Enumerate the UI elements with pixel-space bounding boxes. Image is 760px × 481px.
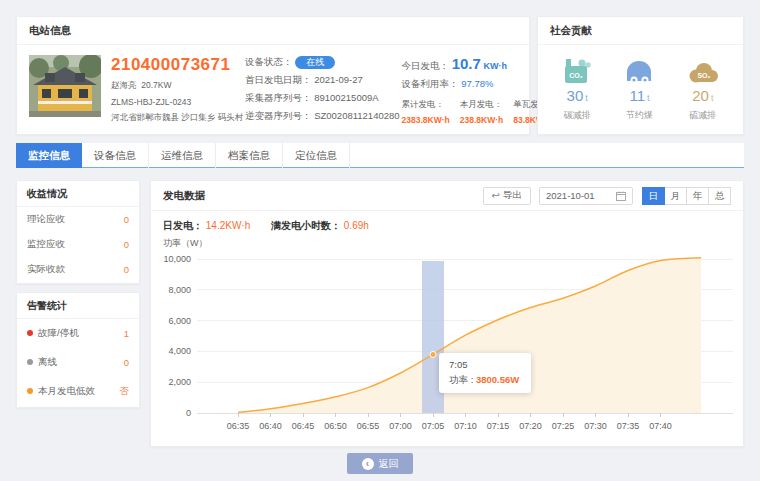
x-tick-label: 07:00 — [389, 421, 412, 431]
y-tick-label: 6,000 — [168, 316, 191, 326]
social-value: 20t — [687, 87, 719, 104]
date-value: 2021-10-01 — [546, 190, 616, 201]
power-chart[interactable]: 02,0004,0006,0008,00010,00006:3506:4006:… — [151, 249, 745, 441]
tooltip-label: 功率 — [449, 374, 468, 385]
calendar-icon — [616, 191, 626, 201]
social-unit: t — [647, 93, 650, 103]
coal-saving-icon — [624, 55, 654, 85]
y-tick-label: 0 — [186, 408, 191, 418]
tab-2[interactable]: 运维信息 — [149, 143, 216, 168]
alarm-rows: 故障/停机1离线0本月发电低效否 — [17, 319, 139, 406]
device-status-row: 设备状态： 在线 — [245, 55, 400, 69]
social-contribution-panel: 社会贡献 CO₂30t碳减排11t节约煤SO₂20t硫减排 — [537, 16, 744, 135]
revenue-row-value: 0 — [124, 239, 129, 250]
alarm-row-label: 离线 — [27, 356, 57, 369]
revenue-rows: 理论应收0监控应收0实际收款0 — [17, 207, 139, 282]
alarm-row-value: 1 — [124, 328, 129, 339]
daily-generation-value: 14.2KW·h — [206, 220, 250, 231]
x-tick-label: 07:20 — [519, 421, 542, 431]
y-tick-label: 2,000 — [168, 377, 191, 387]
range-option-3[interactable]: 总 — [708, 187, 731, 205]
full-hours-value: 0.69h — [344, 220, 369, 231]
alarm-row-label: 故障/停机 — [27, 327, 79, 340]
station-panel-title: 电站信息 — [17, 17, 529, 45]
tab-3[interactable]: 档案信息 — [216, 143, 283, 168]
back-arrow-icon: ‹ — [362, 458, 374, 470]
generation-stat-label: 累计发电： — [402, 99, 450, 111]
y-tick-label: 10,000 — [163, 254, 191, 264]
utilization-label: 设备利用率： — [402, 78, 459, 89]
x-tick-label: 07:25 — [552, 421, 575, 431]
social-label: 碳减排 — [562, 109, 592, 122]
revenue-panel-title: 收益情况 — [17, 181, 139, 207]
y-tick-label: 4,000 — [168, 346, 191, 356]
collector-row: 采集器序列号： 89100215009A — [245, 91, 400, 105]
range-option-0[interactable]: 日 — [642, 187, 665, 205]
social-label: 硫减排 — [687, 109, 719, 122]
x-tick-label: 07:35 — [617, 421, 640, 431]
social-label: 节约煤 — [624, 109, 654, 122]
station-address: 河北省邯郸市魏县 沙口集乡 码头村 — [111, 112, 243, 124]
first-power-date: 2021-09-27 — [314, 74, 363, 85]
collector-sn: 89100215009A — [314, 92, 378, 103]
tooltip-value: 3800.56W — [476, 374, 519, 385]
alarm-row-label: 本月发电低效 — [27, 385, 95, 398]
svg-text:SO₂: SO₂ — [697, 72, 710, 79]
export-icon: ↩ — [492, 190, 500, 201]
range-option-1[interactable]: 月 — [664, 187, 687, 205]
alarm-status-dot — [27, 388, 33, 394]
revenue-row-0: 理论应收0 — [17, 207, 139, 232]
revenue-row-1: 监控应收0 — [17, 232, 139, 257]
alarm-stats-panel: 告警统计 故障/停机1离线0本月发电低效否 — [16, 292, 140, 408]
social-unit: t — [711, 93, 714, 103]
revenue-panel: 收益情况 理论应收0监控应收0实际收款0 — [16, 180, 140, 284]
date-picker[interactable]: 2021-10-01 — [539, 187, 633, 205]
station-info-panel: 电站信息 210400073671 赵海亮 20.7KW ZLMS-HBJ-ZJ… — [16, 16, 530, 135]
today-generation-label: 今日发电： — [402, 60, 450, 71]
x-tick-label: 07:05 — [422, 421, 445, 431]
back-button[interactable]: ‹ 返回 — [347, 453, 413, 474]
so2-reduction-icon: SO₂ — [687, 55, 719, 85]
inverter-label: 逆变器序列号： — [245, 110, 312, 121]
social-item-1: 11t节约煤 — [624, 55, 654, 122]
alarm-panel-title: 告警统计 — [17, 293, 139, 319]
y-tick-label: 8,000 — [168, 285, 191, 295]
utilization-value: 97.78% — [461, 78, 493, 89]
full-hours-label: 满发电小时数： — [271, 220, 341, 231]
revenue-row-label: 监控应收 — [27, 238, 65, 251]
x-tick-label: 07:30 — [584, 421, 607, 431]
x-tick-label: 07:40 — [649, 421, 672, 431]
inverter-row: 逆变器序列号： SZ00208112140280 — [245, 109, 400, 123]
revenue-row-value: 0 — [124, 264, 129, 275]
alarm-row-value: 否 — [120, 385, 130, 398]
station-photo — [29, 55, 101, 117]
alarm-status-dot — [27, 359, 33, 365]
social-panel-title: 社会贡献 — [538, 17, 743, 45]
station-owner: 赵海亮 — [111, 80, 137, 90]
hover-point — [430, 351, 436, 357]
export-button[interactable]: ↩ 导出 — [483, 187, 531, 205]
tab-0[interactable]: 监控信息 — [16, 143, 82, 168]
social-unit: t — [585, 93, 588, 103]
tooltip-value-row: 功率 : 3800.56W — [449, 374, 521, 387]
generation-stat-label: 本月发电： — [460, 99, 503, 111]
x-tick-label: 07:15 — [487, 421, 510, 431]
station-id: 210400073671 — [111, 55, 243, 75]
svg-text:CO₂: CO₂ — [569, 72, 583, 79]
alarm-row-value: 0 — [124, 357, 129, 368]
tab-4[interactable]: 定位信息 — [283, 143, 350, 168]
generation-stat-1: 本月发电：238.8KW·h — [460, 99, 503, 125]
social-item-0: CO₂30t碳减排 — [562, 55, 592, 122]
revenue-row-value: 0 — [124, 214, 129, 225]
revenue-row-label: 理论应收 — [27, 213, 65, 226]
chart-panel-title: 发电数据 — [163, 189, 483, 203]
station-model-code: ZLMS-HBJ-ZJL-0243 — [111, 97, 243, 107]
generation-stat-0: 累计发电：2383.8KW·h — [402, 99, 450, 125]
first-power-row: 首日发电日期： 2021-09-27 — [245, 73, 400, 87]
generation-stat-value: 238.8KW·h — [460, 115, 503, 125]
first-power-label: 首日发电日期： — [245, 74, 312, 85]
x-tick-label: 06:50 — [324, 421, 347, 431]
alarm-row-1: 离线0 — [17, 348, 139, 377]
tab-1[interactable]: 设备信息 — [82, 143, 149, 168]
range-option-2[interactable]: 年 — [686, 187, 709, 205]
